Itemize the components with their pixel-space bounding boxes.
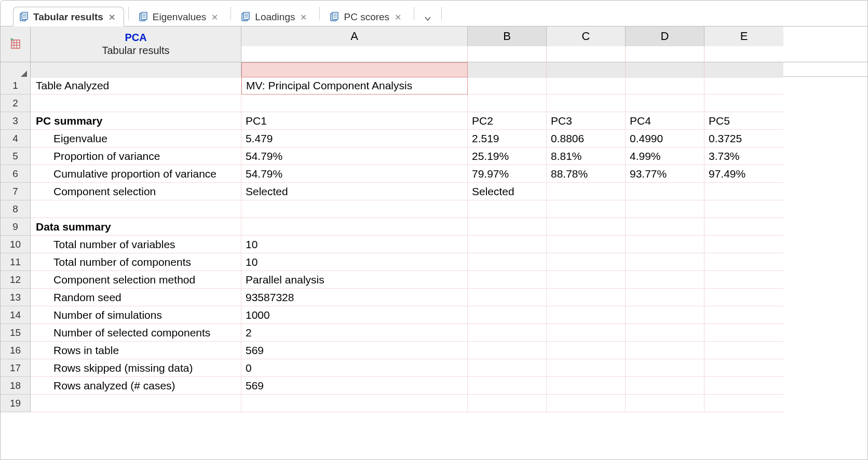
data-cell[interactable] [241, 200, 468, 218]
data-cell[interactable] [547, 183, 626, 200]
data-cell[interactable]: Selected [241, 183, 468, 200]
row-number-header[interactable]: 18 [1, 377, 31, 395]
column-header-e[interactable]: E [704, 26, 783, 46]
data-cell[interactable] [704, 94, 783, 112]
close-icon[interactable]: ✕ [394, 12, 402, 22]
column-header-a[interactable]: A [241, 26, 468, 46]
data-cell[interactable] [704, 271, 783, 289]
data-cell[interactable] [468, 359, 547, 377]
row-number-header[interactable]: 3 [1, 112, 31, 130]
data-cell[interactable] [468, 218, 547, 236]
data-cell[interactable] [704, 289, 783, 306]
row-label-cell[interactable]: Number of selected components [31, 324, 241, 342]
row-label-cell[interactable]: Total number of components [31, 253, 241, 271]
data-cell[interactable] [626, 271, 704, 289]
row-label-cell[interactable]: Rows analyzed (# cases) [31, 377, 241, 395]
row-number-header[interactable]: 6 [1, 165, 31, 183]
data-cell[interactable]: 4.99% [626, 147, 704, 165]
data-cell[interactable] [547, 289, 626, 306]
row-number-header[interactable]: 14 [1, 306, 31, 324]
row-label-cell[interactable] [31, 94, 241, 112]
data-cell[interactable] [468, 377, 547, 395]
data-cell[interactable] [626, 94, 704, 112]
row-label-cell[interactable] [31, 395, 241, 412]
data-cell[interactable] [468, 342, 547, 359]
data-cell[interactable] [547, 218, 626, 236]
data-cell[interactable]: PC2 [468, 112, 547, 130]
data-cell[interactable]: 54.79% [241, 165, 468, 183]
data-cell[interactable] [704, 236, 783, 253]
column-subheader-c[interactable] [547, 46, 626, 62]
data-cell[interactable] [547, 200, 626, 218]
data-cell[interactable] [704, 200, 783, 218]
row-number-header[interactable]: 16 [1, 342, 31, 359]
data-cell[interactable] [704, 342, 783, 359]
row-label-cell[interactable]: Eigenvalue [31, 130, 241, 147]
row-number-header[interactable]: 4 [1, 130, 31, 147]
subheader-cell[interactable] [626, 62, 704, 78]
row-number-header[interactable]: 10 [1, 236, 31, 253]
data-cell[interactable] [241, 218, 468, 236]
subheader-cell[interactable] [468, 62, 547, 78]
data-cell[interactable] [547, 377, 626, 395]
row-number-header[interactable]: 13 [1, 289, 31, 306]
data-cell[interactable]: 569 [241, 377, 468, 395]
column-subheader-e[interactable] [704, 46, 783, 62]
data-cell[interactable]: 2 [241, 324, 468, 342]
data-cell[interactable] [468, 236, 547, 253]
data-cell[interactable]: 0.8806 [547, 130, 626, 147]
data-cell[interactable]: 2.519 [468, 130, 547, 147]
row-label-cell[interactable]: Cumulative proportion of variance [31, 165, 241, 183]
close-icon[interactable]: ✕ [210, 12, 219, 22]
data-cell[interactable]: 25.19% [468, 147, 547, 165]
subheader-cell[interactable] [704, 62, 783, 78]
row-number-header[interactable]: 2 [1, 94, 31, 112]
data-cell[interactable]: 5.479 [241, 130, 468, 147]
tab-overflow-dropdown[interactable] [418, 11, 437, 26]
row-label-cell[interactable] [31, 200, 241, 218]
row-number-header[interactable]: 9 [1, 218, 31, 236]
data-cell[interactable]: PC4 [626, 112, 704, 130]
row-label-cell[interactable]: Number of simulations [31, 306, 241, 324]
data-cell[interactable] [626, 359, 704, 377]
data-cell[interactable] [468, 395, 547, 412]
data-cell[interactable] [468, 94, 547, 112]
selected-column-indicator[interactable] [241, 62, 468, 78]
select-all-handle[interactable] [1, 62, 31, 78]
column-subheader-a[interactable] [241, 46, 468, 62]
data-cell[interactable] [704, 324, 783, 342]
row-number-header[interactable]: 1 [1, 77, 31, 94]
data-cell[interactable] [704, 377, 783, 395]
data-cell[interactable]: 93587328 [241, 289, 468, 306]
row-number-header[interactable]: 5 [1, 147, 31, 165]
data-cell[interactable] [626, 395, 704, 412]
data-cell[interactable] [547, 324, 626, 342]
data-cell[interactable] [704, 306, 783, 324]
data-cell[interactable]: 8.81% [547, 147, 626, 165]
column-header-c[interactable]: C [547, 26, 626, 46]
data-cell[interactable] [547, 395, 626, 412]
row-number-header[interactable]: 12 [1, 271, 31, 289]
row-label-cell[interactable]: Component selection method [31, 271, 241, 289]
data-cell[interactable] [626, 183, 704, 200]
data-cell[interactable]: MV: Principal Component Analysis [241, 77, 468, 94]
row-label-cell[interactable]: Random seed [31, 289, 241, 306]
data-cell[interactable]: 1000 [241, 306, 468, 324]
data-cell[interactable]: 3.73% [704, 147, 783, 165]
data-cell[interactable] [626, 324, 704, 342]
sheet-title-cell[interactable]: PCA Tabular results [31, 26, 241, 62]
data-cell[interactable]: Parallel analysis [241, 271, 468, 289]
data-cell[interactable] [468, 271, 547, 289]
data-cell[interactable]: PC5 [704, 112, 783, 130]
data-cell[interactable] [704, 183, 783, 200]
data-cell[interactable] [704, 77, 783, 94]
close-icon[interactable]: ✕ [107, 12, 116, 22]
data-cell[interactable]: 10 [241, 253, 468, 271]
data-cell[interactable]: 97.49% [704, 165, 783, 183]
data-cell[interactable] [626, 200, 704, 218]
data-cell[interactable]: 0.3725 [704, 130, 783, 147]
data-cell[interactable] [468, 306, 547, 324]
data-cell[interactable] [241, 395, 468, 412]
row-label-cell[interactable]: Table Analyzed [31, 77, 241, 94]
tab-pc-scores[interactable]: PC scores ✕ [324, 7, 410, 26]
